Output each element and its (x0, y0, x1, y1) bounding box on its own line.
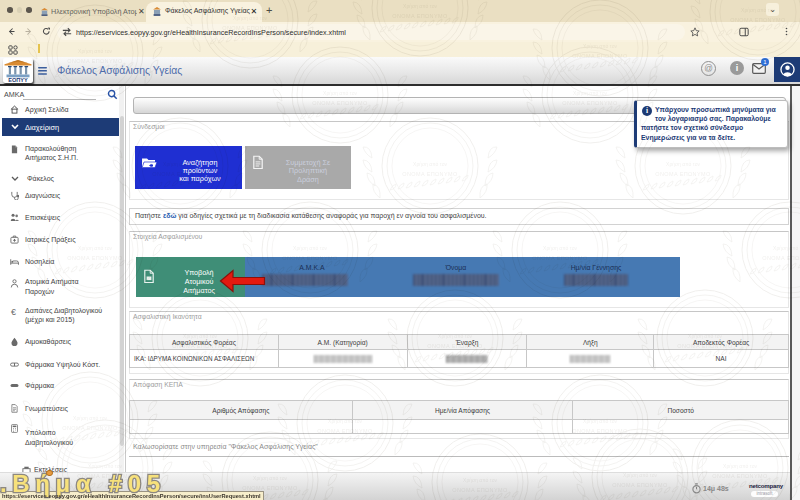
svg-text:ΕΟΠΥΥ: ΕΟΠΥΥ (8, 77, 28, 83)
svg-text:€: € (11, 307, 16, 316)
